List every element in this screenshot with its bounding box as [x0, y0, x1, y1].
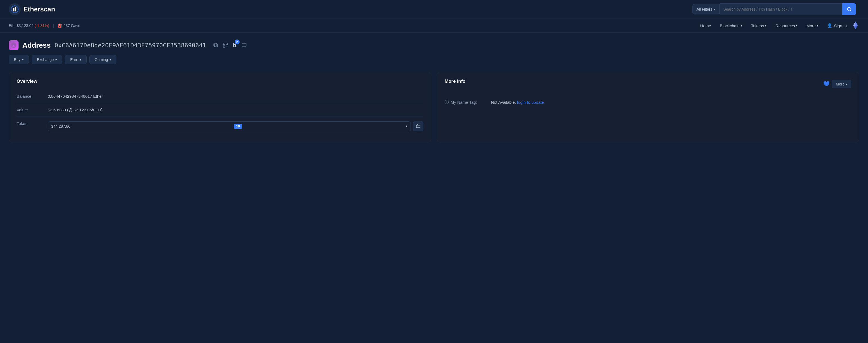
divider: |	[53, 24, 54, 28]
value-row: Value: $2,699.80 (@ $3,123.05/ETH)	[17, 103, 423, 117]
more-dropdown-button[interactable]: More ▾	[832, 80, 851, 88]
filter-select[interactable]: All Filters ▾	[692, 4, 720, 14]
earn-button[interactable]: Earn ▾	[65, 55, 87, 64]
subnav: Eth: $3,123.05 (-1.31%) | ⛽ 237 Gwei Hom…	[0, 19, 868, 33]
search-icon	[847, 7, 851, 12]
address-icons: b 2	[212, 41, 248, 49]
action-buttons: Buy ▾ Exchange ▾ Earn ▾ Gaming ▾	[9, 55, 859, 64]
chevron-down-icon: ▾	[110, 58, 111, 62]
chevron-down-icon: ▾	[846, 82, 847, 86]
chevron-down-icon: ▾	[80, 58, 82, 62]
comment-button[interactable]	[240, 41, 248, 49]
info-circle-icon: ⓘ	[445, 99, 449, 105]
overview-card: Overview Balance: 0.864476429847346017 E…	[9, 72, 431, 142]
eth-change: (-1.31%)	[35, 24, 49, 28]
logo-icon	[9, 3, 21, 15]
buy-label: Buy	[14, 58, 21, 62]
blockie-badge: b 2	[232, 41, 237, 49]
address-hash: 0xC6A617De8de20F9AE61D43E75970CF35386906…	[55, 42, 206, 49]
token-select[interactable]: $44,287.86 10 ▾	[48, 122, 411, 131]
eth-price-area: Eth: $3,123.05 (-1.31%) | ⛽ 237 Gwei	[9, 24, 80, 28]
nav-more-label: More	[806, 24, 816, 28]
search-area: All Filters ▾	[692, 3, 856, 15]
svg-rect-17	[226, 43, 227, 44]
svg-line-4	[850, 10, 851, 11]
copy-button[interactable]	[212, 42, 219, 49]
address-avatar	[9, 40, 19, 50]
badge-count: 2	[235, 39, 240, 44]
address-header: Address 0xC6A617De8de20F9AE61D43E75970CF…	[9, 40, 859, 50]
main-content: Address 0xC6A617De8de20F9AE61D43E75970CF…	[0, 33, 868, 150]
gaming-button[interactable]: Gaming ▾	[89, 55, 116, 64]
nav-blockchain[interactable]: Blockchain ▾	[716, 21, 746, 30]
svg-rect-18	[224, 46, 224, 47]
gas-icon: ⛽	[58, 24, 62, 28]
balance-label: Balance:	[17, 94, 41, 99]
name-tag-label-text: My Name Tag:	[451, 100, 477, 105]
nav-more[interactable]: More ▾	[803, 21, 822, 30]
nav-tokens-label: Tokens	[751, 24, 764, 28]
name-tag-row: ⓘ My Name Tag: Not Available, login to u…	[445, 95, 851, 109]
address-title: Address	[22, 41, 51, 49]
token-value: $44,287.86	[51, 124, 70, 129]
svg-rect-22	[416, 125, 420, 128]
token-portfolio-button[interactable]	[413, 121, 423, 131]
value-value: $2,699.80 (@ $3,123.05/ETH)	[48, 107, 102, 112]
more-info-actions: More ▾	[823, 80, 851, 88]
token-dropdown: $44,287.86 10 ▾	[48, 121, 423, 131]
exchange-button[interactable]: Exchange ▾	[32, 55, 62, 64]
qr-icon	[223, 43, 228, 48]
nav-home[interactable]: Home	[696, 21, 715, 30]
buy-button[interactable]: Buy ▾	[9, 55, 29, 64]
gaming-label: Gaming	[95, 58, 108, 62]
chevron-down-icon: ▾	[741, 24, 742, 28]
svg-point-0	[11, 6, 18, 13]
svg-rect-19	[226, 46, 226, 46]
filter-label: All Filters	[696, 7, 712, 11]
more-dropdown-label: More	[836, 82, 844, 86]
svg-rect-16	[224, 43, 224, 44]
search-input[interactable]	[720, 3, 842, 15]
signin-button[interactable]: 👤 Sign In	[823, 21, 850, 30]
signin-label: Sign In	[834, 24, 847, 28]
overview-title: Overview	[17, 79, 423, 84]
token-label: Token:	[17, 121, 41, 126]
chevron-down-icon: ▾	[817, 24, 818, 28]
search-button[interactable]	[842, 3, 856, 15]
token-row: Token: $44,287.86 10 ▾	[17, 117, 423, 136]
svg-rect-20	[227, 46, 228, 46]
name-tag-label: ⓘ My Name Tag:	[445, 99, 488, 105]
chevron-down-icon: ▾	[406, 125, 407, 128]
name-tag-value: Not Available, login to update	[491, 100, 544, 105]
cards-grid: Overview Balance: 0.864476429847346017 E…	[9, 72, 859, 142]
qr-button[interactable]	[222, 42, 229, 49]
earn-label: Earn	[70, 58, 78, 62]
nav-blockchain-label: Blockchain	[720, 24, 740, 28]
nav-resources[interactable]: Resources ▾	[772, 21, 802, 30]
nav-links: Home Blockchain ▾ Tokens ▾ Resources ▾ M…	[696, 21, 859, 30]
svg-rect-2	[15, 7, 17, 11]
svg-rect-1	[13, 8, 14, 11]
logo-text: Etherscan	[24, 5, 55, 13]
chevron-down-icon: ▾	[796, 24, 798, 28]
nav-tokens[interactable]: Tokens ▾	[747, 21, 771, 30]
user-icon: 👤	[827, 23, 832, 28]
svg-rect-11	[215, 44, 218, 47]
favorite-button[interactable]	[823, 80, 829, 88]
chevron-down-icon: ▾	[55, 58, 57, 62]
exchange-label: Exchange	[37, 58, 54, 62]
eth-diamond	[851, 22, 859, 30]
copy-icon	[213, 43, 218, 48]
balance-row: Balance: 0.864476429847346017 Ether	[17, 90, 423, 103]
svg-rect-12	[214, 43, 217, 46]
nav-home-label: Home	[700, 24, 711, 28]
gwei-label: 237 Gwei	[64, 24, 80, 28]
token-count-badge: 10	[234, 124, 242, 129]
more-info-card: More Info More ▾ ⓘ My Name Ta	[437, 72, 859, 142]
svg-rect-21	[226, 46, 227, 47]
more-info-header: More Info More ▾	[445, 79, 851, 90]
topbar: Etherscan All Filters ▾	[0, 0, 868, 19]
logo-area: Etherscan	[9, 3, 55, 15]
login-link[interactable]: login to update	[517, 100, 544, 105]
chevron-down-icon: ▾	[765, 24, 767, 28]
